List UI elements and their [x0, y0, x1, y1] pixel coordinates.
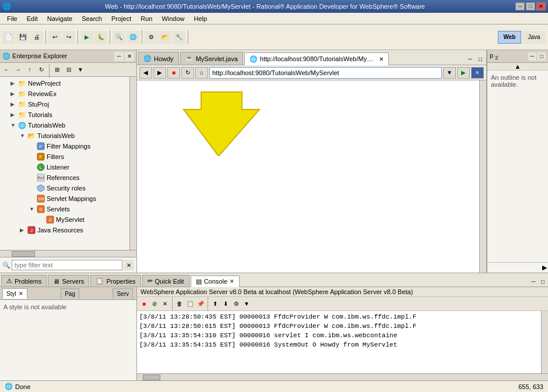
- tree-item-filters[interactable]: F Filters: [1, 151, 128, 162]
- tab-servers[interactable]: 🖥 Servers: [48, 275, 89, 287]
- console-disconnect[interactable]: ⊘: [150, 299, 159, 309]
- hscroll-thumb[interactable]: [12, 251, 35, 257]
- maximize-button[interactable]: □: [526, 2, 535, 10]
- menu-file[interactable]: File: [2, 14, 22, 23]
- console-btn1[interactable]: ⬆: [210, 299, 220, 309]
- outline-scroll-right[interactable]: ▶: [487, 262, 548, 273]
- forward-button[interactable]: ▶: [153, 67, 166, 79]
- minimize-button[interactable]: ─: [515, 2, 525, 10]
- debug-button[interactable]: 🐛: [94, 31, 107, 44]
- bottom-minimize[interactable]: ─: [529, 276, 538, 287]
- java-perspective-button[interactable]: Java: [522, 31, 546, 44]
- tab-browser[interactable]: 🌐 http://localhost:9080/TutorialsWeb/MyS…: [244, 52, 389, 65]
- explorer-scrollbar[interactable]: [129, 77, 136, 250]
- style-tab-close[interactable]: ✕: [19, 291, 23, 296]
- tab-problems[interactable]: ⚠ Problems: [1, 275, 47, 287]
- filter-input[interactable]: [12, 260, 122, 270]
- explorer-menu[interactable]: ▼: [75, 64, 86, 75]
- console-btn2[interactable]: ⬇: [221, 299, 230, 309]
- refresh-button[interactable]: ↻: [181, 67, 194, 79]
- tree-item-servlet-mappings[interactable]: SM Servlet Mappings: [1, 193, 128, 204]
- tree-item-tutorialsweb-inner[interactable]: ▼ 📂 TutorialsWeb: [1, 130, 128, 141]
- tree-item-stuproj[interactable]: ▶ 📁 StuProj: [1, 99, 128, 110]
- tree-item-references[interactable]: Ref References: [1, 172, 128, 183]
- url-input[interactable]: [209, 67, 442, 79]
- go-button[interactable]: ▶: [457, 67, 470, 79]
- explorer-back[interactable]: ←: [1, 64, 12, 75]
- globe-button[interactable]: 🌐: [127, 31, 139, 44]
- console-scrollbar[interactable]: [541, 311, 548, 373]
- tree-item-filter-mappings[interactable]: F Filter Mappings: [1, 141, 128, 151]
- tree-item-java-resources[interactable]: ▶ J Java Resources: [1, 225, 128, 235]
- toolbar-btn-6[interactable]: 📂: [159, 31, 171, 44]
- menu-edit[interactable]: Edit: [22, 14, 43, 23]
- tab-console[interactable]: ▤ Console ✕: [191, 276, 240, 287]
- menu-navigate[interactable]: Navigate: [43, 14, 77, 23]
- tab-quick-edit[interactable]: ✏ Quick Edit: [142, 275, 189, 287]
- menu-help[interactable]: Help: [189, 14, 212, 23]
- menu-run[interactable]: Run: [136, 14, 157, 23]
- console-hscroll-thumb[interactable]: [143, 375, 160, 380]
- new-button[interactable]: 📄: [2, 31, 15, 44]
- serv-tab[interactable]: Serv: [113, 288, 133, 299]
- print-button[interactable]: 🖨: [30, 31, 43, 44]
- search-button[interactable]: 🔍: [113, 31, 125, 44]
- style-tab[interactable]: Styl ✕: [2, 288, 27, 299]
- bottom-maximize[interactable]: □: [539, 276, 547, 287]
- tree-item-tutorials[interactable]: ▶ 📁 Tutorials: [1, 110, 128, 120]
- back-button[interactable]: ◀: [139, 67, 152, 79]
- tree-item-newproject[interactable]: ▶ 📁 NewProject: [1, 78, 128, 89]
- console-clear[interactable]: 🗑: [175, 299, 184, 309]
- tab-properties[interactable]: 📋 Properties: [90, 275, 140, 287]
- titlebar-title: Web - http://localhost:9080/TutorialsWeb…: [105, 3, 425, 10]
- browser-scrollbar[interactable]: [479, 80, 486, 273]
- redo-button[interactable]: ↪: [62, 31, 75, 44]
- toolbar-btn-7[interactable]: 🔧: [173, 31, 185, 44]
- explorer-hscrollbar[interactable]: [0, 250, 136, 257]
- close-button[interactable]: ✕: [536, 2, 546, 10]
- console-btn4[interactable]: ▼: [242, 299, 251, 309]
- page-tab[interactable]: Pag: [61, 288, 79, 299]
- explorer-up[interactable]: ↑: [24, 64, 35, 75]
- tree-item-servlets[interactable]: ▼ S Servlets: [1, 204, 128, 214]
- outline-minimize[interactable]: ─: [528, 52, 536, 61]
- tab-close-browser[interactable]: ✕: [379, 56, 384, 62]
- tab-maximize[interactable]: □: [476, 53, 485, 65]
- explorer-close[interactable]: ✕: [125, 52, 134, 61]
- explorer-expand[interactable]: ⊞: [52, 64, 62, 75]
- console-paste[interactable]: 📌: [196, 299, 205, 309]
- menu-search[interactable]: Search: [77, 14, 107, 23]
- console-remove[interactable]: ✕: [160, 299, 170, 309]
- undo-button[interactable]: ↩: [48, 31, 61, 44]
- console-close[interactable]: ✕: [230, 278, 234, 284]
- outline-maximize[interactable]: □: [538, 52, 546, 61]
- home-button[interactable]: ⌂: [195, 67, 208, 79]
- console-btn3[interactable]: ⚙: [231, 299, 241, 309]
- tree-item-tutorialsweb[interactable]: ▼ 🌐 TutorialsWeb: [1, 120, 128, 130]
- web-perspective-button[interactable]: Web: [498, 31, 521, 44]
- toolbar-btn-5[interactable]: ⚙: [145, 31, 157, 44]
- menu-window[interactable]: Window: [157, 14, 189, 23]
- filter-clear-button[interactable]: ✕: [124, 260, 134, 270]
- console-hscrollbar[interactable]: [137, 373, 548, 380]
- console-terminate[interactable]: ■: [139, 299, 149, 309]
- tree-item-myservlet[interactable]: S MyServlet: [1, 214, 128, 225]
- menu-project[interactable]: Project: [107, 14, 136, 23]
- tab-myservlet-java[interactable]: ☕ MyServlet.java: [180, 52, 243, 65]
- url-dropdown[interactable]: ▼: [443, 67, 456, 79]
- explorer-minimize[interactable]: ─: [114, 52, 124, 61]
- save-button[interactable]: 💾: [16, 31, 29, 44]
- explorer-collapse[interactable]: ⊟: [64, 64, 74, 75]
- run-button[interactable]: ▶: [80, 31, 93, 44]
- tab-howdy[interactable]: 🌐 Howdy: [138, 52, 179, 65]
- outline-scroll-up[interactable]: ▲: [487, 63, 548, 70]
- tree-item-listener[interactable]: L Listener: [1, 162, 128, 172]
- tab-minimize[interactable]: ─: [465, 53, 475, 65]
- tree-item-reviewex[interactable]: ▶ 📁 ReviewEx: [1, 89, 128, 99]
- tree-item-security-roles[interactable]: Security roles: [1, 183, 128, 193]
- explorer-refresh[interactable]: ↻: [36, 64, 47, 75]
- explorer-fwd[interactable]: →: [13, 64, 23, 75]
- console-copy[interactable]: 📋: [185, 299, 195, 309]
- browser-nav-button[interactable]: ≡: [471, 67, 484, 79]
- stop-button[interactable]: ■: [167, 67, 180, 79]
